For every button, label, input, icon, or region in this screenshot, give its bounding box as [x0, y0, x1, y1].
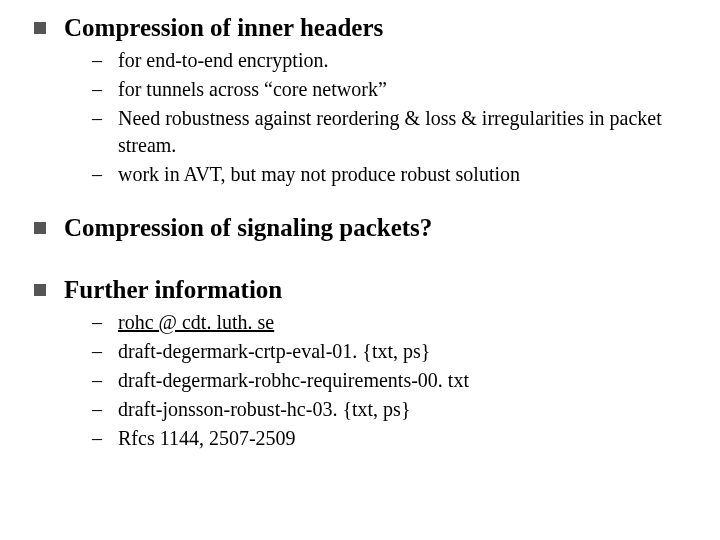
- dash-bullet-icon: –: [92, 105, 110, 132]
- slide-body: Compression of inner headers – for end-t…: [0, 0, 720, 488]
- section-heading: Compression of inner headers: [64, 12, 383, 43]
- email-link[interactable]: rohc @ cdt. luth. se: [118, 311, 274, 333]
- list-item: – work in AVT, but may not produce robus…: [92, 161, 692, 188]
- dash-bullet-icon: –: [92, 309, 110, 336]
- dash-bullet-icon: –: [92, 338, 110, 365]
- list-item-text: work in AVT, but may not produce robust …: [118, 161, 692, 188]
- list-item: – for end-to-end encryption.: [92, 47, 692, 74]
- list-item-text: Need robustness against reordering & los…: [118, 105, 692, 159]
- dash-bullet-icon: –: [92, 367, 110, 394]
- list-item: – draft-jonsson-robust-hc-03. {txt, ps}: [92, 396, 692, 423]
- list-item: – draft-degermark-crtp-eval-01. {txt, ps…: [92, 338, 692, 365]
- dash-bullet-icon: –: [92, 425, 110, 452]
- section-heading: Compression of signaling packets?: [64, 212, 432, 243]
- list-item: – rohc @ cdt. luth. se: [92, 309, 692, 336]
- list-item-text: draft-degermark-robhc-requirements-00. t…: [118, 367, 692, 394]
- list-item-text: for end-to-end encryption.: [118, 47, 692, 74]
- square-bullet-icon: [34, 22, 46, 34]
- square-bullet-icon: [34, 222, 46, 234]
- dash-bullet-icon: –: [92, 47, 110, 74]
- dash-bullet-icon: –: [92, 396, 110, 423]
- list-item: – for tunnels across “core network”: [92, 76, 692, 103]
- list-item-text: draft-jonsson-robust-hc-03. {txt, ps}: [118, 396, 692, 423]
- dash-bullet-icon: –: [92, 161, 110, 188]
- list-item-text: for tunnels across “core network”: [118, 76, 692, 103]
- dash-bullet-icon: –: [92, 76, 110, 103]
- section-heading: Further information: [64, 274, 282, 305]
- spacer: [28, 248, 692, 274]
- bullet-row: Compression of inner headers: [28, 12, 692, 43]
- list-item-text: Rfcs 1144, 2507-2509: [118, 425, 692, 452]
- bullet-row: Compression of signaling packets?: [28, 212, 692, 243]
- bullet-row: Further information: [28, 274, 692, 305]
- sub-list: – rohc @ cdt. luth. se – draft-degermark…: [28, 309, 692, 452]
- list-item: – draft-degermark-robhc-requirements-00.…: [92, 367, 692, 394]
- list-item: – Rfcs 1144, 2507-2509: [92, 425, 692, 452]
- sub-list: – for end-to-end encryption. – for tunne…: [28, 47, 692, 188]
- square-bullet-icon: [34, 284, 46, 296]
- list-item: – Need robustness against reordering & l…: [92, 105, 692, 159]
- list-item-text: draft-degermark-crtp-eval-01. {txt, ps}: [118, 338, 692, 365]
- list-item-text: rohc @ cdt. luth. se: [118, 309, 692, 336]
